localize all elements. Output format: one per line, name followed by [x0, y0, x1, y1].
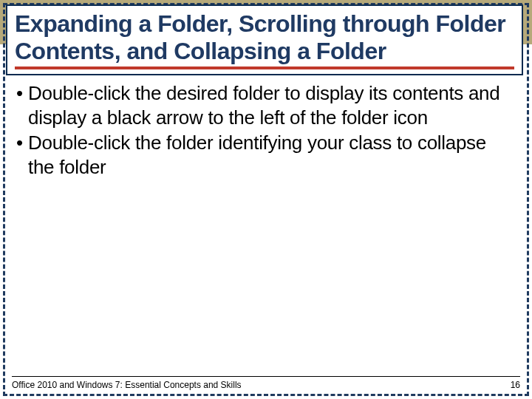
title-box: Expanding a Folder, Scrolling through Fo…: [6, 4, 523, 75]
bullet-text: Double-click the desired folder to displ…: [28, 81, 517, 129]
slide-content: • Double-click the desired folder to dis…: [15, 81, 517, 180]
slide-title: Expanding a Folder, Scrolling through Fo…: [15, 10, 514, 65]
list-item: • Double-click the folder identifying yo…: [15, 131, 517, 179]
page-number: 16: [511, 380, 520, 390]
bullet-text: Double-click the folder identifying your…: [28, 131, 517, 179]
list-item: • Double-click the desired folder to dis…: [15, 81, 517, 129]
title-underline: [15, 66, 514, 69]
slide: Expanding a Folder, Scrolling through Fo…: [0, 0, 532, 399]
bullet-icon: •: [15, 131, 28, 155]
footer-source: Office 2010 and Windows 7: Essential Con…: [12, 380, 242, 390]
bullet-icon: •: [15, 81, 28, 106]
slide-footer: Office 2010 and Windows 7: Essential Con…: [12, 376, 520, 390]
